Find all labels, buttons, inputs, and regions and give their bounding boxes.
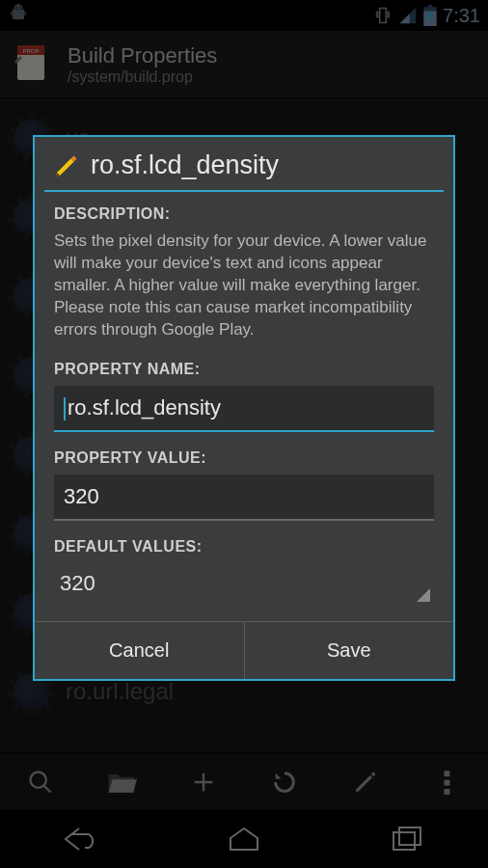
dialog-title: ro.sf.lcd_density [91, 150, 279, 180]
property-name-input[interactable]: ro.sf.lcd_density [54, 386, 434, 432]
default-value-selected: 320 [54, 563, 434, 604]
property-value-value: 320 [64, 484, 99, 508]
property-name-label: PROPERTY NAME: [54, 361, 434, 378]
default-values-spinner[interactable]: 320 [54, 563, 434, 604]
chevron-down-icon [417, 588, 430, 602]
default-values-label: DEFAULT VALUES: [54, 538, 434, 556]
save-button[interactable]: Save [245, 622, 454, 679]
property-value-label: PROPERTY VALUE: [54, 449, 434, 467]
pencil-icon [52, 151, 81, 180]
cancel-button[interactable]: Cancel [35, 622, 245, 679]
property-name-value: ro.sf.lcd_density [68, 395, 221, 420]
dialog-divider [44, 190, 444, 192]
edit-property-dialog: ro.sf.lcd_density DESCRIPTION: Sets the … [33, 135, 455, 681]
dialog-body: DESCRIPTION: Sets the pixel density for … [35, 205, 453, 604]
description-label: DESCRIPTION: [54, 205, 434, 223]
property-value-input[interactable]: 320 [54, 475, 434, 521]
property-value-group: PROPERTY VALUE: 320 [54, 449, 434, 521]
dialog-header: ro.sf.lcd_density [35, 137, 453, 190]
default-values-group: DEFAULT VALUES: 320 [54, 538, 434, 604]
dialog-buttons: Cancel Save [35, 621, 453, 679]
description-text: Sets the pixel density for your device. … [54, 231, 434, 341]
property-name-group: PROPERTY NAME: ro.sf.lcd_density [54, 361, 434, 432]
